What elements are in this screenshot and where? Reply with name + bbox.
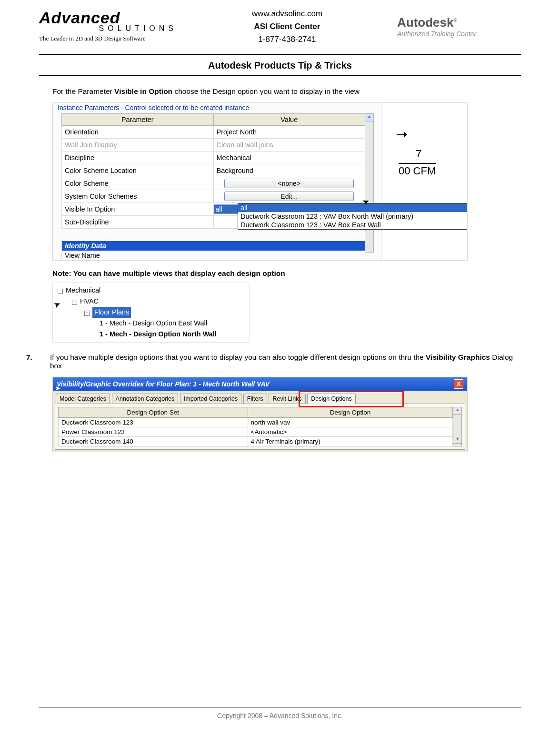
col-parameter: Parameter — [62, 113, 214, 125]
side-cfm-text: 00 CFM — [399, 163, 436, 177]
view-name-row[interactable]: View Name — [62, 251, 366, 260]
advanced-solutions-logo: Advanced SOLUTIONS The Leader in 2D and … — [39, 10, 177, 42]
row-color-scheme-location[interactable]: Color Scheme Location Background — [62, 164, 365, 177]
autodesk-name: Autodesk — [397, 15, 453, 30]
intro-pre: For the Parameter — [52, 87, 114, 95]
page-header: Advanced SOLUTIONS The Leader in 2D and … — [39, 7, 521, 51]
side-number-7: 7 — [416, 149, 421, 159]
identity-data-section: Identity Data View Name — [61, 241, 366, 261]
row-color-scheme[interactable]: Color Scheme <none> — [62, 177, 365, 190]
parameters-scrollbar[interactable]: ▲ — [365, 113, 374, 253]
autodesk-subtitle: Authorized Training Center — [397, 30, 521, 38]
intro-post: choose the Design option you want to dis… — [172, 87, 360, 95]
intro-bold: Visible in Option — [114, 87, 172, 95]
dropdown-option-all[interactable]: all — [238, 203, 468, 212]
tree-hvac[interactable]: −HVAC — [72, 296, 246, 307]
tree-item-north-wall[interactable]: 1 - Mech - Design Option North Wall — [100, 329, 246, 340]
col-design-option: Design Option — [248, 407, 453, 417]
footer-divider — [39, 708, 521, 708]
system-color-edit-button[interactable]: Edit... — [224, 192, 354, 201]
dialog-title: Visibility/Graphic Overrides for Floor P… — [57, 380, 270, 388]
option-row-3[interactable]: Ductwork Classroom 140 4 Air Terminals (… — [59, 436, 453, 446]
note-text: Note: You can have multiple views that d… — [52, 269, 521, 278]
tab-revit-links[interactable]: Revit Links — [269, 394, 305, 404]
design-options-scrollbar[interactable]: ▲ ▼ — [453, 407, 462, 446]
tree-floor-plans[interactable]: −Floor Plans — [84, 307, 246, 318]
copyright-text: Copyright 2008 – Advanced Solutions, Inc… — [39, 712, 521, 719]
step-text: If you have multiple design options that… — [50, 353, 521, 370]
tree-mechanical[interactable]: −Mechanical — [58, 285, 246, 296]
row-orientation[interactable]: Orientation Project North — [62, 125, 365, 138]
divider-top — [39, 54, 521, 55]
design-options-table: Design Option Set Design Option Ductwork… — [58, 407, 453, 446]
intro-paragraph: For the Parameter Visible in Option choo… — [52, 87, 521, 96]
tab-design-options[interactable]: Design Options — [307, 394, 355, 404]
header-phone: 1-877-438-2741 — [252, 33, 322, 46]
identity-data-header: Identity Data — [62, 241, 366, 251]
design-options-panel: Design Option Set Design Option Ductwork… — [55, 404, 465, 450]
row-system-color-schemes[interactable]: System Color Schemes Edit... — [62, 190, 365, 202]
tab-model-categories[interactable]: Model Categories — [56, 394, 110, 404]
row-wall-join: Wall Join Display Clean all wall joins — [62, 138, 365, 151]
project-browser-tree[interactable]: ➤ −Mechanical −HVAC −Floor Plans 1 - Mec… — [52, 283, 250, 343]
brand-top: Advanced — [39, 10, 177, 25]
step-7: 7. If you have multiple design options t… — [26, 353, 521, 370]
option-row-2[interactable]: Power Classroom 123 <Automatic> — [59, 427, 453, 436]
tree-item-east-wall[interactable]: 1 - Mech - Design Option East Wall — [100, 318, 246, 329]
tab-annotation-categories[interactable]: Annotation Categories — [112, 394, 179, 404]
arrow-icon: ➝ — [396, 126, 408, 142]
instance-parameters-panel: Instance Parameters - Control selected o… — [52, 102, 468, 261]
col-design-option-set: Design Option Set — [59, 407, 248, 417]
scroll-down-icon[interactable]: ▼ — [453, 436, 461, 444]
tree-cursor-icon: ➤ — [51, 297, 63, 312]
row-discipline[interactable]: Discipline Mechanical — [62, 151, 365, 164]
tab-imported-categories[interactable]: Imported Categories — [180, 394, 241, 404]
panel1-side-drawing: ➝ 7 00 CFM — [381, 103, 467, 260]
step-number: 7. — [26, 353, 50, 370]
col-value: Value — [213, 113, 365, 125]
autodesk-logo: Autodesk® Authorized Training Center — [397, 15, 521, 38]
color-scheme-button[interactable]: <none> — [224, 179, 354, 188]
page-footer: Copyright 2008 – Advanced Solutions, Inc… — [39, 708, 521, 719]
brand-tagline: The Leader in 2D and 3D Design Software — [39, 35, 177, 42]
option-row-1[interactable]: Ductwork Classroom 123 north wall vav — [59, 417, 453, 427]
header-url: www.advsolinc.com — [252, 7, 322, 20]
page-title: Autodesk Products Tip & Tricks — [39, 60, 521, 71]
visibility-graphics-dialog: Visibility/Graphic Overrides for Floor P… — [52, 377, 468, 452]
dialog-titlebar[interactable]: Visibility/Graphic Overrides for Floor P… — [53, 377, 467, 391]
header-client-center: ASI Client Center — [252, 20, 322, 33]
dialog-cursor-icon: ➤ — [55, 384, 61, 393]
header-center: www.advsolinc.com ASI Client Center 1-87… — [252, 7, 322, 46]
tab-filters[interactable]: Filters — [243, 394, 267, 404]
dropdown-option-east[interactable]: Ductwork Classroom 123 : VAV Box East Wa… — [238, 221, 468, 229]
scroll-up-icon[interactable]: ▲ — [453, 407, 461, 415]
dropdown-option-north[interactable]: Ductwork Classroom 123 : VAV Box North W… — [238, 212, 468, 221]
instance-parameters-legend: Instance Parameters - Control selected o… — [56, 104, 251, 111]
visible-in-option-dropdown-list[interactable]: all Ductwork Classroom 123 : VAV Box Nor… — [238, 203, 468, 230]
close-button[interactable]: X — [454, 379, 463, 389]
dialog-tabs: Model Categories Annotation Categories I… — [53, 391, 467, 404]
scroll-up-icon[interactable]: ▲ — [365, 114, 373, 122]
divider-under-title — [39, 75, 521, 76]
